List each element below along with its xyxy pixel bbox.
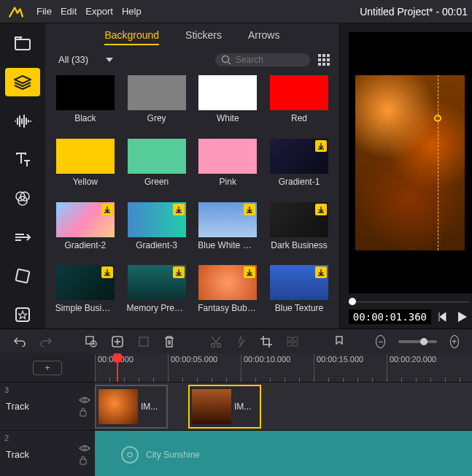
elements-rail-button[interactable] [5, 261, 40, 290]
zoom-out-button[interactable]: − [376, 335, 385, 348]
tool-button-8[interactable] [286, 334, 299, 349]
media-rail-button[interactable] [5, 29, 40, 58]
zoom-slider[interactable] [398, 340, 437, 343]
category-dropdown[interactable]: All (33) [54, 53, 117, 66]
add-button[interactable] [111, 334, 124, 349]
clip[interactable]: IM... [188, 385, 261, 429]
asset-thumbnail[interactable] [56, 139, 115, 174]
asset-item[interactable]: Simple Business [53, 265, 118, 324]
track-content[interactable]: IM... IM... [95, 383, 472, 430]
window-title: Untitled Project* - 00:01 [360, 6, 468, 18]
tab-stickers[interactable]: Stickers [185, 29, 222, 45]
asset-item[interactable]: Gradient-1 [266, 139, 332, 198]
asset-thumbnail[interactable] [128, 139, 186, 174]
favorites-rail-button[interactable] [5, 300, 40, 329]
audio-clip[interactable]: City Sunshine [117, 431, 472, 476]
svg-line-26 [214, 337, 220, 344]
text-rail-button[interactable] [5, 145, 40, 174]
redo-button[interactable] [39, 334, 53, 349]
track-number: 3 [4, 385, 9, 394]
playhead[interactable] [117, 353, 118, 383]
asset-item[interactable]: White [195, 75, 260, 134]
asset-item[interactable]: Green [124, 139, 190, 198]
asset-item[interactable]: Yellow [53, 139, 118, 198]
asset-item[interactable]: Black [53, 75, 118, 134]
search-input[interactable] [236, 55, 301, 65]
asset-item[interactable]: Dark Business [266, 202, 332, 261]
preview-handle[interactable] [434, 115, 441, 122]
asset-item[interactable]: Blue Texture [266, 265, 332, 324]
track-content[interactable]: City Sunshine [95, 431, 472, 476]
crop-button[interactable] [260, 334, 273, 349]
asset-thumbnail[interactable] [270, 202, 328, 237]
progress-bar[interactable] [356, 302, 469, 302]
lock-icon[interactable] [79, 455, 88, 465]
speed-button[interactable] [235, 334, 247, 349]
clip[interactable]: IM... [95, 385, 168, 429]
filters-rail-button[interactable] [5, 184, 40, 212]
svg-rect-35 [80, 459, 86, 464]
download-badge-icon [244, 266, 255, 278]
play-button[interactable] [454, 310, 469, 324]
search-box[interactable] [215, 53, 310, 66]
asset-label: Blue White Clouds [198, 240, 258, 250]
asset-item[interactable]: Blue White Clouds [195, 202, 260, 261]
download-badge-icon [173, 266, 185, 278]
eye-icon[interactable] [79, 445, 90, 452]
marker-button[interactable] [334, 334, 344, 349]
asset-thumbnail[interactable] [128, 75, 186, 110]
asset-thumbnail[interactable] [270, 265, 328, 300]
progress-start-dot[interactable] [349, 298, 356, 305]
menu-export[interactable]: Export [85, 6, 113, 17]
svg-rect-28 [287, 337, 292, 341]
svg-rect-12 [322, 58, 325, 61]
track-header[interactable]: 2 Track [0, 431, 95, 476]
asset-thumbnail[interactable] [56, 265, 115, 300]
asset-thumbnail[interactable] [56, 75, 115, 110]
menu-help[interactable]: Help [122, 6, 142, 17]
asset-thumbnail[interactable] [270, 75, 328, 110]
delete-button[interactable] [163, 334, 175, 349]
preview-panel: 00:00:01.360 [340, 23, 472, 329]
asset-item[interactable]: Red [266, 75, 332, 134]
asset-item[interactable]: Gradient-3 [124, 202, 190, 261]
menu-edit[interactable]: Edit [61, 6, 77, 17]
menu-file[interactable]: File [36, 6, 52, 17]
add-track-button[interactable]: + [33, 361, 62, 375]
tab-arrows[interactable]: Arrows [248, 29, 280, 45]
transitions-rail-button[interactable] [5, 223, 40, 251]
tool-button-1[interactable] [85, 334, 98, 349]
cut-button[interactable] [210, 334, 222, 349]
asset-thumbnail[interactable] [198, 202, 257, 237]
asset-thumbnail[interactable] [198, 75, 257, 110]
preview-viewport[interactable] [349, 32, 472, 293]
clip-thumbnail [98, 389, 138, 424]
lock-icon[interactable] [79, 407, 88, 417]
asset-label: Gradient-1 [269, 177, 329, 187]
asset-item[interactable]: Pink [195, 139, 260, 198]
asset-thumbnail[interactable] [270, 139, 328, 174]
asset-thumbnail[interactable] [198, 265, 257, 300]
asset-item[interactable]: Fantasy Bubble [195, 265, 260, 324]
tab-background[interactable]: Background [104, 29, 159, 45]
prev-frame-button[interactable] [437, 311, 449, 323]
undo-button[interactable] [13, 334, 26, 349]
track-header[interactable]: 3 Track [0, 383, 95, 430]
zoom-in-button[interactable]: + [450, 335, 460, 348]
download-badge-icon [101, 266, 113, 278]
svg-rect-16 [327, 63, 330, 66]
asset-thumbnail[interactable] [198, 139, 257, 174]
track-row: 2 Track City Sunshine [0, 431, 472, 476]
asset-thumbnail[interactable] [56, 202, 115, 237]
tool-button-3[interactable] [137, 334, 150, 349]
grid-view-icon[interactable] [317, 53, 330, 66]
audio-rail-button[interactable] [5, 107, 40, 135]
timeline-ruler[interactable]: 00:00.00000:00:05.00000:00:10.00000:00:1… [95, 353, 472, 383]
eye-icon[interactable] [79, 396, 90, 404]
asset-item[interactable]: Gradient-2 [53, 202, 118, 261]
asset-item[interactable]: Memory Presentation [124, 265, 190, 324]
asset-item[interactable]: Grey [124, 75, 190, 134]
asset-thumbnail[interactable] [128, 265, 186, 300]
asset-thumbnail[interactable] [128, 202, 186, 237]
layers-rail-button[interactable] [5, 68, 40, 96]
